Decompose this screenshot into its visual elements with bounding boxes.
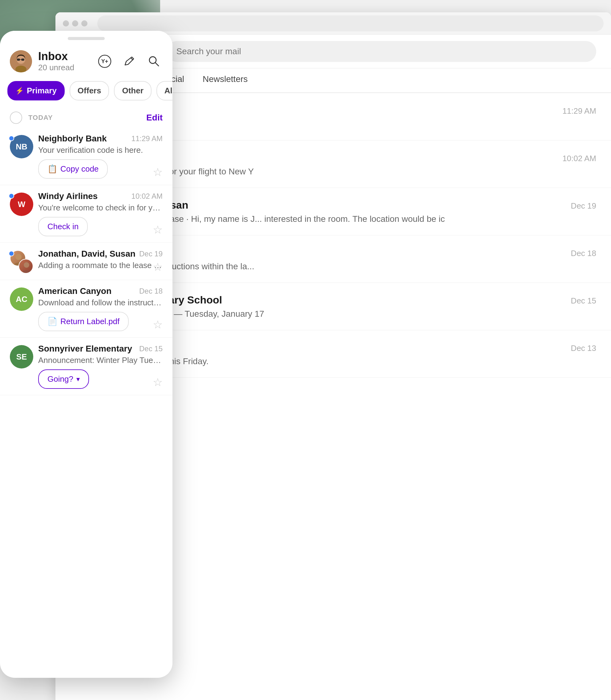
email-timestamp: 11:29 AM (132, 134, 163, 143)
list-item[interactable]: AC American Canyon Dec 18 Download and f… (0, 280, 173, 338)
search-icon-button[interactable] (145, 53, 163, 70)
email-timestamp: Dec 18 (139, 287, 163, 295)
list-item[interactable]: W Windy Airlines 10:02 AM You're welcome… (0, 185, 173, 243)
svg-point-14 (24, 262, 29, 268)
svg-point-12 (15, 254, 21, 260)
desktop-email-time: 11:29 AM (562, 106, 596, 116)
avatar: W (10, 192, 33, 216)
email-content: American Canyon Dec 18 Download and foll… (38, 286, 163, 331)
yahoo-plus-button[interactable]: Y+ (96, 53, 113, 70)
pdf-icon: 📄 (47, 317, 57, 326)
browser-dot-close[interactable] (63, 20, 69, 27)
unread-indicator (9, 193, 14, 199)
email-content: Sonnyriver Elementary Dec 15 Announcemen… (38, 344, 163, 389)
email-timestamp: Dec 15 (139, 345, 163, 353)
browser-address-bar[interactable] (97, 15, 603, 31)
copy-icon: 📋 (47, 164, 57, 174)
inbox-title: Inbox (38, 50, 96, 63)
email-item-top: Jonathan, David, Susan Dec 19 Adding a r… (10, 249, 163, 274)
star-icon[interactable]: ☆ (153, 223, 163, 236)
mobile-notch-pill (68, 37, 105, 40)
email-preview: You're welcome to check in for your flig… (38, 203, 163, 213)
mobile-notch (0, 31, 173, 43)
email-top-row: Sonnyriver Elementary Dec 15 (38, 344, 163, 354)
avatar[interactable] (10, 50, 32, 72)
list-item[interactable]: SE Sonnyriver Elementary Dec 15 Announce… (0, 338, 173, 395)
list-item[interactable]: Jonathan, David, Susan Dec 19 Adding a r… (0, 243, 173, 280)
avatar: AC (10, 288, 33, 311)
mobile-app: Inbox 20 unread Y+ (0, 31, 173, 678)
email-timestamp: Dec 19 (139, 250, 163, 258)
email-item-top: AC American Canyon Dec 18 Download and f… (10, 286, 163, 331)
svg-rect-3 (21, 59, 24, 61)
section-label: TODAY (28, 114, 53, 122)
email-timestamp: 10:02 AM (132, 192, 163, 201)
star-icon[interactable]: ☆ (153, 166, 163, 179)
chevron-down-icon: ▾ (76, 375, 80, 383)
star-icon[interactable]: ☆ (153, 261, 163, 274)
email-sender: Sonnyriver Elementary (38, 344, 132, 354)
desktop-email-time: Dec 13 (571, 344, 596, 353)
avatar: SE (10, 345, 33, 368)
browser-window-controls (63, 20, 88, 27)
going-button[interactable]: Going? ▾ (38, 369, 89, 389)
desktop-email-time: 10:02 AM (562, 154, 596, 163)
email-item-top: SE Sonnyriver Elementary Dec 15 Announce… (10, 344, 163, 389)
desktop-email-time: Dec 15 (571, 296, 596, 306)
email-preview: Download and follow the instructions wit… (38, 298, 163, 307)
email-sender: Jonathan, David, Susan (38, 249, 135, 259)
email-top-row: Neighborly Bank 11:29 AM (38, 134, 163, 144)
unread-indicator (9, 251, 14, 256)
tab-newsletters[interactable]: Newsletters (203, 74, 248, 87)
email-item-top: NB Neighborly Bank 11:29 AM Your verific… (10, 134, 163, 179)
section-header-left: TODAY (10, 112, 53, 124)
desktop-email-time: Dec 18 (571, 249, 596, 258)
email-preview: Your verification code is here. (38, 145, 163, 155)
email-top-row: Jonathan, David, Susan Dec 19 (38, 249, 163, 259)
avatar (10, 250, 33, 274)
select-all-circle[interactable] (10, 112, 22, 124)
check-in-button[interactable]: Check in (38, 217, 88, 236)
copy-code-button[interactable]: 📋 Copy code (38, 159, 108, 179)
edit-button[interactable]: Edit (146, 113, 163, 122)
filter-tab-all[interactable]: All (157, 81, 173, 100)
desktop-email-time: Dec 19 (571, 201, 596, 211)
svg-point-15 (22, 270, 31, 274)
email-sender: Neighborly Bank (38, 134, 107, 144)
search-container (167, 41, 596, 62)
email-preview: Announcement: Winter Play Tuesday, Janua… (38, 355, 163, 365)
section-header-today: TODAY Edit (0, 106, 173, 128)
browser-dot-minimize[interactable] (72, 20, 78, 27)
filter-tab-other[interactable]: Other (114, 81, 151, 100)
email-preview: Adding a roommate to the lease · Hi, my … (38, 261, 163, 270)
search-input[interactable] (167, 41, 596, 62)
lightning-icon: ⚡ (15, 87, 24, 95)
email-content: Neighborly Bank 11:29 AM Your verificati… (38, 134, 163, 179)
filter-tab-primary[interactable]: ⚡ Primary (8, 81, 65, 100)
email-top-row: Windy Airlines 10:02 AM (38, 191, 163, 201)
return-label-button[interactable]: 📄 Return Label.pdf (38, 312, 129, 331)
svg-rect-2 (17, 59, 20, 61)
compose-button[interactable] (121, 53, 138, 70)
avatar: NB (10, 135, 33, 158)
browser-dot-maximize[interactable] (81, 20, 88, 27)
star-icon[interactable]: ☆ (153, 376, 163, 389)
unread-indicator (9, 135, 14, 141)
mobile-header-icons: Y+ (96, 53, 163, 70)
email-content: Jonathan, David, Susan Dec 19 Adding a r… (38, 249, 163, 270)
email-sender: American Canyon (38, 286, 111, 296)
email-top-row: American Canyon Dec 18 (38, 286, 163, 296)
filter-tab-offers[interactable]: Offers (70, 81, 109, 100)
list-item[interactable]: NB Neighborly Bank 11:29 AM Your verific… (0, 128, 173, 185)
filter-tabs: ⚡ Primary Offers Other All (0, 78, 173, 106)
email-item-top: W Windy Airlines 10:02 AM You're welcome… (10, 191, 163, 236)
svg-text:Y+: Y+ (101, 58, 108, 64)
email-sender: Windy Airlines (38, 191, 98, 201)
mobile-header-info: Inbox 20 unread (38, 50, 96, 72)
svg-line-11 (155, 62, 159, 66)
mobile-header: Inbox 20 unread Y+ (0, 43, 173, 78)
star-icon[interactable]: ☆ (153, 318, 163, 331)
email-content: Windy Airlines 10:02 AM You're welcome t… (38, 191, 163, 236)
unread-count: 20 unread (38, 63, 96, 72)
